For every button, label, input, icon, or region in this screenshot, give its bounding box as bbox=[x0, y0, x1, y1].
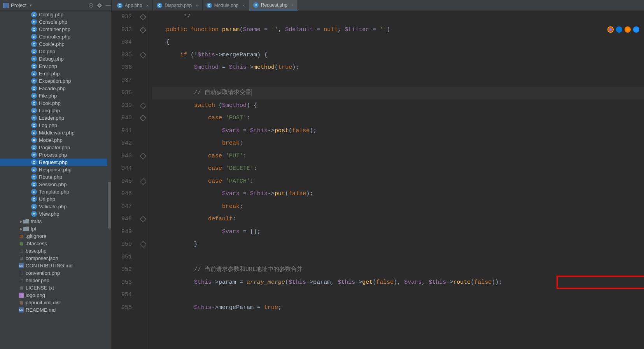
tree-file-view[interactable]: CView.php bbox=[0, 210, 111, 218]
expand-arrow-icon[interactable]: ▶ bbox=[19, 227, 23, 231]
close-icon[interactable]: × bbox=[291, 3, 294, 7]
tree-file-session[interactable]: CSession.php bbox=[0, 181, 111, 188]
tree-file-template[interactable]: CTemplate.php bbox=[0, 188, 111, 195]
fold-marker[interactable] bbox=[140, 216, 146, 223]
fold-marker[interactable] bbox=[140, 153, 146, 159]
tree-file-model[interactable]: MModel.php bbox=[0, 136, 111, 144]
tab-request[interactable]: CRequest.php× bbox=[249, 0, 298, 10]
tree-file-debug[interactable]: CDebug.php bbox=[0, 55, 111, 63]
code-line[interactable]: case 'PATCH': bbox=[152, 175, 644, 188]
tree-file-convention-php[interactable]: ⬚convention.php bbox=[0, 269, 111, 277]
tree-file-env[interactable]: CEnv.php bbox=[0, 63, 111, 70]
collapse-icon[interactable]: — bbox=[105, 2, 111, 9]
tree-file-helper-php[interactable]: ⬚helper.php bbox=[0, 277, 111, 284]
code-line[interactable]: if (!$this->mergeParam) { bbox=[152, 49, 644, 62]
code-line[interactable] bbox=[152, 251, 644, 264]
tree-file-exception[interactable]: CException.php bbox=[0, 77, 111, 85]
tree-file-controller[interactable]: CController.php bbox=[0, 33, 111, 40]
tree-file--htaccess[interactable]: ▤.htaccess bbox=[0, 240, 111, 247]
code-line[interactable]: break; bbox=[152, 201, 644, 213]
tree-file-config[interactable]: CConfig.php bbox=[0, 11, 111, 18]
code-line[interactable]: $vars = []; bbox=[152, 226, 644, 239]
tree-file-lang[interactable]: CLang.php bbox=[0, 107, 111, 114]
close-icon[interactable]: × bbox=[196, 3, 198, 8]
tree-file-hook[interactable]: CHook.php bbox=[0, 99, 111, 107]
tree-file-console[interactable]: CConsole.php bbox=[0, 18, 111, 26]
code-line[interactable] bbox=[152, 289, 644, 302]
tree-file-cookie[interactable]: CCookie.php bbox=[0, 40, 111, 48]
edge-icon[interactable] bbox=[616, 26, 622, 33]
code-line[interactable]: { bbox=[152, 36, 644, 49]
code-line[interactable]: case 'PUT': bbox=[152, 150, 644, 163]
code-line[interactable]: public function param($name = '', $defau… bbox=[152, 24, 644, 37]
tree-folder-traits[interactable]: ▶traits bbox=[0, 218, 111, 225]
code-line[interactable]: case 'POST': bbox=[152, 112, 644, 125]
expand-arrow-icon[interactable]: ▶ bbox=[19, 220, 23, 223]
chrome-icon[interactable] bbox=[607, 26, 614, 33]
tree-file-LICENSE-txt[interactable]: ▤LICENSE.txt bbox=[0, 284, 111, 291]
php-class-icon: C bbox=[31, 41, 37, 47]
fold-marker[interactable] bbox=[140, 26, 146, 33]
tree-file-paginator[interactable]: CPaginator.php bbox=[0, 144, 111, 151]
code-line[interactable] bbox=[152, 74, 644, 87]
tree-file-base-php[interactable]: ⬚base.php bbox=[0, 247, 111, 255]
tab-dispatch[interactable]: CDispatch.php× bbox=[153, 0, 202, 10]
scrollbar-thumb[interactable] bbox=[108, 182, 111, 229]
tab-module[interactable]: CModule.php× bbox=[203, 0, 249, 10]
code-line[interactable]: // 当前请求参数和URL地址中的参数合并 bbox=[152, 263, 644, 276]
close-icon[interactable]: × bbox=[242, 3, 245, 8]
safari-icon[interactable] bbox=[633, 26, 639, 33]
tree-file-validate[interactable]: CValidate.php bbox=[0, 203, 111, 210]
tree-file-composer-json[interactable]: ▤composer.json bbox=[0, 255, 111, 262]
code-line[interactable]: switch ($method) { bbox=[152, 99, 644, 112]
code-line[interactable]: $vars = $this->put(false); bbox=[152, 188, 644, 201]
code-line[interactable]: default: bbox=[152, 213, 644, 226]
fold-marker[interactable] bbox=[140, 241, 146, 248]
code-line[interactable]: $vars = $this->post(false); bbox=[152, 125, 644, 138]
tree-file-logo-png[interactable]: ◫logo.png bbox=[0, 291, 111, 299]
code-line[interactable]: $this->param = array_merge($this->param,… bbox=[152, 276, 644, 289]
tree-file-process[interactable]: CProcess.php bbox=[0, 151, 111, 159]
code-line[interactable]: $this->mergeParam = true; bbox=[152, 302, 644, 314]
gear-icon[interactable] bbox=[96, 2, 103, 9]
tab-app[interactable]: CApp.php× bbox=[113, 0, 153, 10]
tree-file-middleware[interactable]: CMiddleware.php bbox=[0, 129, 111, 136]
code-content[interactable]: */ public function param($name = '', $de… bbox=[147, 11, 644, 349]
code-line[interactable]: $method = $this->method(true); bbox=[152, 61, 644, 74]
tree-file-file[interactable]: CFile.php bbox=[0, 92, 111, 99]
locate-icon[interactable] bbox=[88, 2, 94, 9]
tree-file-db[interactable]: CDb.php bbox=[0, 48, 111, 55]
tree-file-README-md[interactable]: M↓README.md bbox=[0, 306, 111, 314]
tree-file-facade[interactable]: CFacade.php bbox=[0, 85, 111, 92]
fold-marker[interactable] bbox=[140, 102, 146, 109]
firefox-icon[interactable] bbox=[625, 26, 631, 33]
tree-folder-tpl[interactable]: ▶tpl bbox=[0, 225, 111, 232]
code-line[interactable]: */ bbox=[152, 11, 644, 24]
fold-marker[interactable] bbox=[140, 14, 146, 21]
sidebar-scrollbar[interactable] bbox=[107, 11, 111, 349]
project-tree[interactable]: CConfig.phpCConsole.phpCContainer.phpCCo… bbox=[0, 11, 112, 349]
fold-marker[interactable] bbox=[140, 115, 146, 122]
code-editor[interactable]: 9329339349359369379389399409419429439449… bbox=[112, 11, 644, 349]
tree-file-CONTRIBUTING-md[interactable]: M↓CONTRIBUTING.md bbox=[0, 262, 111, 269]
tree-file-request[interactable]: CRequest.php bbox=[0, 159, 111, 166]
tree-file-url[interactable]: CUrl.php bbox=[0, 195, 111, 203]
tree-file-route[interactable]: CRoute.php bbox=[0, 173, 111, 181]
fold-marker[interactable] bbox=[140, 178, 146, 185]
tree-file-loader[interactable]: CLoader.php bbox=[0, 114, 111, 122]
tree-file-response[interactable]: CResponse.php bbox=[0, 166, 111, 173]
fold-column[interactable] bbox=[139, 11, 147, 349]
project-tool-header[interactable]: Project ▼ — bbox=[0, 0, 112, 10]
close-icon[interactable]: × bbox=[146, 3, 149, 8]
tree-file-log[interactable]: CLog.php bbox=[0, 122, 111, 129]
tree-file-container[interactable]: CContainer.php bbox=[0, 26, 111, 33]
fold-marker[interactable] bbox=[140, 52, 146, 58]
code-line[interactable]: // 自动获取请求变量 bbox=[152, 87, 644, 99]
browser-preview-icons[interactable] bbox=[607, 26, 639, 33]
code-line[interactable]: } bbox=[152, 238, 644, 251]
tree-file-phpunit-xml-dist[interactable]: ▤phpunit.xml.dist bbox=[0, 299, 111, 306]
code-line[interactable]: break; bbox=[152, 137, 644, 150]
code-line[interactable]: case 'DELETE': bbox=[152, 162, 644, 175]
tree-file--gitignore[interactable]: ▤.gitignore bbox=[0, 232, 111, 240]
tree-file-error[interactable]: CError.php bbox=[0, 70, 111, 77]
